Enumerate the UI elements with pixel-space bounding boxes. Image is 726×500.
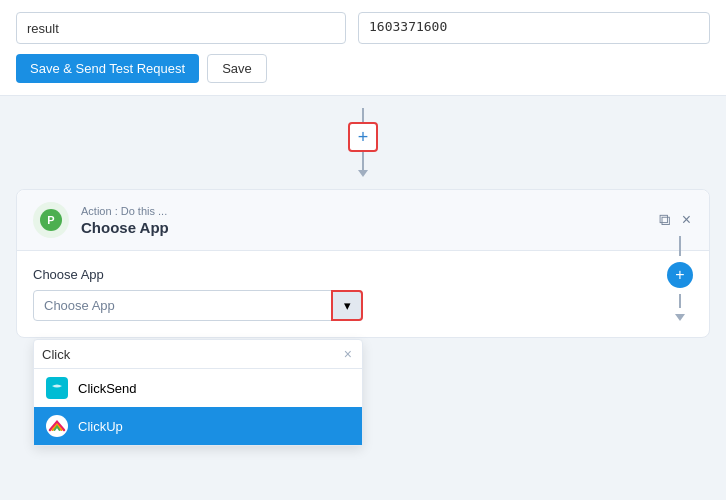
connector-line-bottom bbox=[362, 152, 364, 170]
right-connector: + bbox=[667, 236, 693, 321]
app-dropdown: × ClickSend bbox=[33, 339, 363, 446]
clicksend-icon bbox=[46, 377, 68, 399]
result-input[interactable] bbox=[16, 12, 346, 44]
search-row: × bbox=[34, 340, 362, 369]
plus-icon: + bbox=[358, 127, 369, 148]
arrow-down-icon bbox=[358, 170, 368, 177]
clicksend-label: ClickSend bbox=[78, 381, 137, 396]
clickup-icon bbox=[46, 415, 68, 437]
clear-search-button[interactable]: × bbox=[342, 346, 354, 362]
list-item[interactable]: ClickSend bbox=[34, 369, 362, 407]
top-panel: 1603371600 Save & Send Test Request Save bbox=[0, 0, 726, 96]
right-connector-line bbox=[679, 236, 681, 256]
choose-app-label: Choose App bbox=[33, 267, 693, 282]
action-actions: ⧉ × bbox=[657, 209, 693, 231]
action-subtitle: Action : Do this ... bbox=[81, 205, 657, 217]
right-plus-icon: + bbox=[675, 266, 684, 284]
button-row: Save & Send Test Request Save bbox=[16, 54, 710, 83]
app-icon: P bbox=[33, 202, 69, 238]
choose-app-select-wrapper: Choose App ▾ bbox=[33, 290, 363, 321]
pabbly-icon: P bbox=[40, 209, 62, 231]
connector-area: + bbox=[0, 96, 726, 189]
copy-button[interactable]: ⧉ bbox=[657, 209, 672, 231]
connector-line-top bbox=[362, 108, 364, 122]
action-header: P Action : Do this ... Choose App ⧉ × bbox=[17, 190, 709, 251]
search-input[interactable] bbox=[42, 347, 336, 362]
right-add-button[interactable]: + bbox=[667, 262, 693, 288]
close-button[interactable]: × bbox=[680, 209, 693, 231]
timestamp-input[interactable]: 1603371600 bbox=[358, 12, 710, 44]
input-row: 1603371600 bbox=[16, 12, 710, 44]
clickup-svg bbox=[46, 415, 68, 437]
right-arrow-down-icon bbox=[675, 314, 685, 321]
save-send-button[interactable]: Save & Send Test Request bbox=[16, 54, 199, 83]
select-arrow-button[interactable]: ▾ bbox=[331, 290, 363, 321]
action-body: Choose App Choose App ▾ × bbox=[17, 251, 709, 337]
action-card: P Action : Do this ... Choose App ⧉ × Ch… bbox=[16, 189, 710, 338]
list-item[interactable]: ClickUp bbox=[34, 407, 362, 445]
chevron-down-icon: ▾ bbox=[344, 298, 351, 313]
right-connector-line-bottom bbox=[679, 294, 681, 308]
action-title: Choose App bbox=[81, 219, 657, 236]
action-title-area: Action : Do this ... Choose App bbox=[81, 205, 657, 236]
choose-app-select[interactable]: Choose App bbox=[33, 290, 363, 321]
clickup-label: ClickUp bbox=[78, 419, 123, 434]
save-button[interactable]: Save bbox=[207, 54, 267, 83]
clicksend-svg bbox=[50, 383, 64, 393]
add-step-button[interactable]: + bbox=[348, 122, 378, 152]
